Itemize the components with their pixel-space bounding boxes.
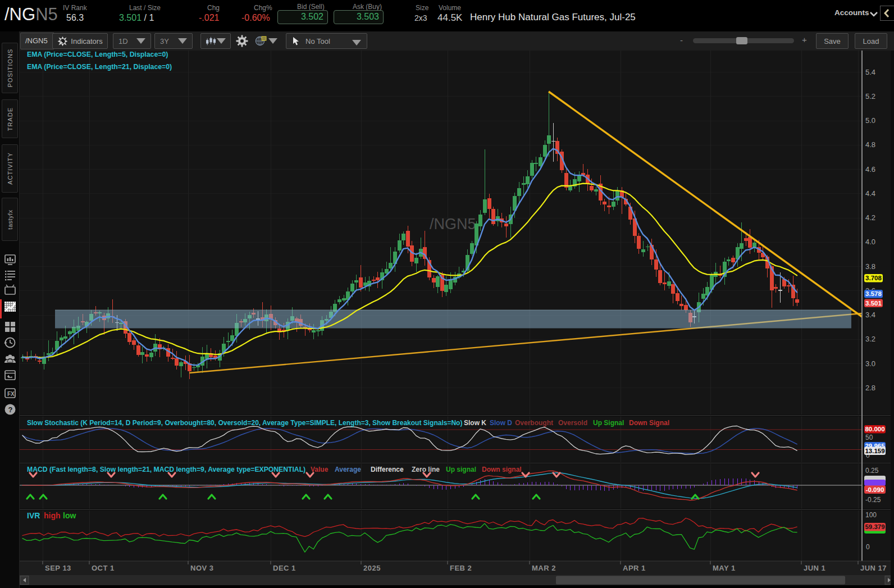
svg-text:Down signal: Down signal <box>482 466 522 473</box>
svg-text:59.379: 59.379 <box>865 523 884 530</box>
svg-text:MAY 1: MAY 1 <box>713 564 736 572</box>
svg-text:3.4: 3.4 <box>865 311 875 319</box>
svg-text:Difference: Difference <box>371 466 404 473</box>
svg-text:EMA (Price=CLOSE, Length=21, D: EMA (Price=CLOSE, Length=21, Displace=0) <box>27 63 172 71</box>
svg-text:FX: FX <box>7 391 15 397</box>
svg-text:MAR 2: MAR 2 <box>532 564 556 572</box>
svg-text:DEC 1: DEC 1 <box>273 564 296 572</box>
svg-text:2025: 2025 <box>363 564 381 572</box>
svg-text:Slow Stochastic (K Period=14,: Slow Stochastic (K Period=14, D Period=9… <box>27 419 462 427</box>
svg-text:3.578: 3.578 <box>865 290 882 297</box>
svg-text:5.2: 5.2 <box>865 92 875 101</box>
svg-text:Overbought: Overbought <box>515 419 553 427</box>
svg-text:?: ? <box>8 405 13 414</box>
svg-text:2.8: 2.8 <box>865 384 875 392</box>
svg-text:3.2: 3.2 <box>865 335 875 343</box>
svg-text:APR 1: APR 1 <box>623 564 646 572</box>
svg-text:MACD (Fast length=8, Slow leng: MACD (Fast length=8, Slow length=21, MAC… <box>27 466 305 473</box>
svg-text:4.2: 4.2 <box>865 213 875 222</box>
svg-text:Down Signal: Down Signal <box>629 419 669 427</box>
svg-text:Zero line: Zero line <box>412 466 440 473</box>
svg-text:high: high <box>44 511 61 520</box>
svg-text:Up signal: Up signal <box>446 466 476 473</box>
svg-text:5.4: 5.4 <box>865 68 875 76</box>
svg-text:-0.25: -0.25 <box>865 496 881 504</box>
svg-text:3.501: 3.501 <box>865 300 882 307</box>
svg-text:100: 100 <box>865 511 877 519</box>
svg-text:Average: Average <box>335 466 361 473</box>
svg-text:50: 50 <box>865 434 873 441</box>
svg-text:0.25: 0.25 <box>865 467 879 475</box>
svg-text:-0.090: -0.090 <box>866 486 884 493</box>
svg-text:4.8: 4.8 <box>865 140 875 149</box>
svg-text:3.708: 3.708 <box>865 275 882 281</box>
svg-text:Oversold: Oversold <box>558 419 587 427</box>
svg-text:NOV 3: NOV 3 <box>190 564 214 572</box>
svg-text:SEP 13: SEP 13 <box>45 564 71 572</box>
svg-text:13.159: 13.159 <box>865 448 884 454</box>
svg-text:IVR: IVR <box>27 511 40 520</box>
svg-text:Slow K: Slow K <box>464 419 486 427</box>
svg-text:Slow D: Slow D <box>490 419 512 427</box>
svg-text:JUN 17: JUN 17 <box>860 564 887 572</box>
svg-text:/NGN5: /NGN5 <box>430 216 476 233</box>
svg-text:EMA (Price=CLOSE, Length=5, Di: EMA (Price=CLOSE, Length=5, Displace=0) <box>27 51 168 58</box>
svg-text:4.6: 4.6 <box>865 165 875 174</box>
svg-text:0: 0 <box>866 543 870 551</box>
svg-text:low: low <box>63 511 76 520</box>
svg-text:OCT 1: OCT 1 <box>92 564 115 572</box>
svg-text:FEB 2: FEB 2 <box>450 564 472 572</box>
svg-text:JUN 1: JUN 1 <box>804 564 825 572</box>
svg-text:5.0: 5.0 <box>865 116 875 125</box>
svg-text:4.4: 4.4 <box>865 189 875 198</box>
svg-text:Value: Value <box>311 466 329 473</box>
svg-text:80.000: 80.000 <box>865 426 884 432</box>
svg-text:4.0: 4.0 <box>865 238 875 246</box>
svg-text:Up Signal: Up Signal <box>593 419 624 427</box>
svg-text:3.8: 3.8 <box>865 262 875 271</box>
svg-text:3.0: 3.0 <box>865 359 875 368</box>
